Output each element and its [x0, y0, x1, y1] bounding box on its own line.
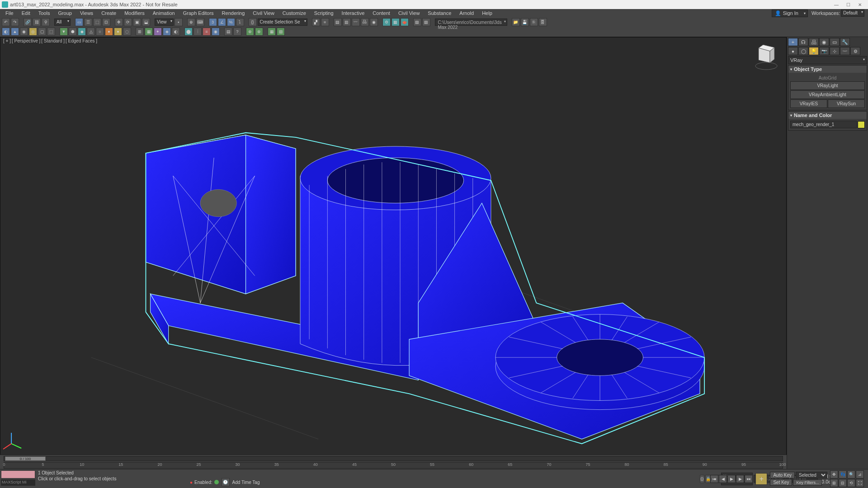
- tb2-6[interactable]: ⬚: [47, 28, 55, 36]
- vray-button-1[interactable]: ▧: [413, 18, 421, 26]
- tb2-3[interactable]: ◉: [20, 28, 28, 36]
- set-key-big[interactable]: +: [755, 473, 767, 485]
- maximize-button[interactable]: ☐: [845, 2, 851, 7]
- toggle-layer-button[interactable]: ▤: [334, 18, 342, 26]
- sub-shapes[interactable]: ◯: [798, 47, 808, 55]
- tab-motion[interactable]: ◉: [819, 38, 829, 46]
- tb2-8[interactable]: ⬢: [69, 28, 77, 36]
- tb2-24[interactable]: ▤: [224, 28, 232, 36]
- menu-content[interactable]: Content: [369, 9, 394, 17]
- goto-start[interactable]: ⏮: [710, 475, 718, 483]
- menu-modifiers[interactable]: Modifiers: [121, 9, 148, 17]
- undo-button[interactable]: ↶: [2, 18, 10, 26]
- use-pivot-button[interactable]: ▪: [175, 18, 183, 26]
- tb2-2[interactable]: ▲: [11, 28, 19, 36]
- tab-hierarchy[interactable]: 品: [809, 38, 819, 46]
- signin-dropdown[interactable]: 👤 Sign In: [772, 9, 808, 17]
- viewcube[interactable]: [747, 41, 779, 73]
- tb2-1[interactable]: ◐: [2, 28, 10, 36]
- menu-views[interactable]: Views: [76, 9, 97, 17]
- menu-group[interactable]: Group: [54, 9, 75, 17]
- tb2-22[interactable]: ≡: [203, 28, 211, 36]
- type-vrayies[interactable]: VRayIES: [790, 99, 827, 108]
- tb2-23[interactable]: ◉: [212, 28, 220, 36]
- render-setup-button[interactable]: ⚙: [382, 18, 391, 26]
- curve-editor-button[interactable]: 〰: [352, 18, 360, 26]
- nav-walk[interactable]: 👣: [839, 470, 847, 479]
- save-button[interactable]: 💾: [521, 18, 529, 26]
- tb2-17[interactable]: ✦: [154, 28, 162, 36]
- nav-zoomall[interactable]: ⊟: [839, 479, 847, 487]
- menu-animation[interactable]: Animation: [149, 9, 179, 17]
- nav-pan[interactable]: ✥: [830, 470, 838, 479]
- object-name-input[interactable]: [790, 121, 857, 128]
- tb2-20[interactable]: ⬤: [184, 28, 193, 36]
- save-as-button[interactable]: ⎘: [530, 18, 538, 26]
- tb2-25[interactable]: ?: [233, 28, 241, 36]
- tab-utilities[interactable]: 🔧: [840, 38, 850, 46]
- schematic-view-button[interactable]: 品: [361, 18, 369, 26]
- select-rect-button[interactable]: ⬚: [93, 18, 101, 26]
- sub-helpers[interactable]: ⊹: [830, 47, 840, 55]
- spinner-snap-button[interactable]: ⤵: [236, 18, 244, 26]
- tb2-18[interactable]: ◈: [163, 28, 171, 36]
- menu-substance[interactable]: Substance: [424, 9, 455, 17]
- ref-coord-dropdown[interactable]: View: [155, 19, 174, 26]
- menu-graph-editors[interactable]: Graph Editors: [179, 9, 217, 17]
- menu-help[interactable]: Help: [478, 9, 496, 17]
- nav-fov[interactable]: ⊿: [856, 470, 864, 479]
- mirror-button[interactable]: ▞: [312, 18, 320, 26]
- autogrid-checkbox[interactable]: AutoGrid: [790, 75, 865, 81]
- minimize-button[interactable]: —: [834, 2, 839, 7]
- align-button[interactable]: ≡: [321, 18, 329, 26]
- play[interactable]: ▶: [727, 475, 736, 483]
- tb2-19[interactable]: ◐: [172, 28, 180, 36]
- sub-spacewarps[interactable]: 〰: [840, 47, 850, 55]
- select-place-button[interactable]: ⬓: [142, 18, 150, 26]
- menu-edit[interactable]: Edit: [18, 9, 34, 17]
- time-ruler[interactable]: 0510152025303540455055606570758085909510…: [4, 462, 783, 469]
- tb2-29[interactable]: ▨: [277, 28, 285, 36]
- workspace-value[interactable]: Default: [841, 9, 864, 17]
- tb2-14[interactable]: ◌: [123, 28, 131, 36]
- tb2-10[interactable]: △: [87, 28, 95, 36]
- tb2-13[interactable]: ●: [114, 28, 122, 36]
- time-thumb[interactable]: 0 / 100: [5, 456, 46, 461]
- menu-rendering[interactable]: Rendering: [218, 9, 249, 17]
- rollout-header[interactable]: Object Type: [788, 66, 867, 73]
- open-file-button[interactable]: 📁: [512, 18, 520, 26]
- type-vrayambient[interactable]: VRayAmbientLight: [790, 90, 865, 99]
- tb2-16[interactable]: ▦: [145, 28, 153, 36]
- menu-scripting[interactable]: Scripting: [311, 9, 337, 17]
- menu-create[interactable]: Create: [98, 9, 120, 17]
- vray-button-2[interactable]: ▨: [422, 18, 430, 26]
- script-listener[interactable]: [1, 470, 35, 479]
- menu-civil-view-2[interactable]: Civil View: [395, 9, 423, 17]
- tb2-11[interactable]: ○: [96, 28, 104, 36]
- maxscript-mini[interactable]: MAXScript Mi: [1, 479, 35, 486]
- snap-toggle-button[interactable]: 3: [209, 18, 217, 26]
- selection-filter[interactable]: All: [54, 19, 71, 26]
- menu-civil-view[interactable]: Civil View: [249, 9, 278, 17]
- menu-customize[interactable]: Customize: [279, 9, 310, 17]
- category-dropdown[interactable]: VRay: [788, 56, 867, 64]
- nav-zoomext[interactable]: ⊞: [830, 479, 838, 487]
- select-rotate-button[interactable]: ⟳: [124, 18, 132, 26]
- timetag-button[interactable]: 🕐: [222, 478, 230, 486]
- window-crossing-button[interactable]: ⊡: [102, 18, 110, 26]
- angle-snap-button[interactable]: ∠: [218, 18, 226, 26]
- material-editor-button[interactable]: ◉: [370, 18, 378, 26]
- menu-tools[interactable]: Tools: [35, 9, 54, 17]
- sub-lights[interactable]: 💡: [809, 47, 819, 55]
- tb2-21[interactable]: ⋮: [193, 28, 202, 36]
- archive-button[interactable]: 🗄: [539, 18, 547, 26]
- color-swatch[interactable]: [858, 121, 865, 128]
- time-track[interactable]: 0 / 100: [4, 456, 783, 461]
- close-button[interactable]: ✕: [857, 2, 863, 7]
- render-frame-button[interactable]: ▦: [392, 18, 400, 26]
- tb2-26[interactable]: ⊕: [246, 28, 254, 36]
- keyboard-shortcut-button[interactable]: ⌨: [196, 18, 204, 26]
- redo-button[interactable]: ↷: [11, 18, 19, 26]
- named-selection-set[interactable]: Create Selection Se: [258, 19, 307, 26]
- menu-arnold[interactable]: Arnold: [456, 9, 477, 17]
